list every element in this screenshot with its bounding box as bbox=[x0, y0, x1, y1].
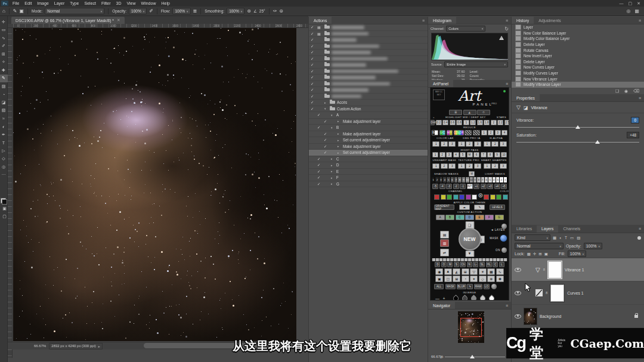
high-pass-button[interactable]: 6 bbox=[473, 152, 479, 157]
action-row[interactable]: ✓ ▸ Make adjustment layer bbox=[309, 144, 428, 150]
refresh-icon[interactable]: ↻ bbox=[504, 26, 509, 32]
tool-button[interactable]: ▭ bbox=[0, 26, 8, 35]
history-step[interactable]: New Curves Layer bbox=[512, 64, 644, 70]
tool-button[interactable]: ◇ bbox=[0, 155, 8, 163]
mw-strength-button[interactable]: 0.6 bbox=[450, 120, 456, 125]
background-thumbnail[interactable] bbox=[524, 308, 537, 324]
action-check-icon[interactable]: ✓ bbox=[317, 157, 322, 161]
high-pass-button[interactable]: 1 bbox=[432, 152, 438, 157]
action-check-icon[interactable]: ✓ bbox=[311, 38, 315, 42]
tool-button[interactable]: ◎ bbox=[0, 163, 8, 171]
action-check-icon[interactable]: ✓ bbox=[317, 113, 322, 117]
saturation-slider[interactable] bbox=[516, 138, 639, 144]
action-check-icon[interactable]: ✓ bbox=[311, 100, 315, 104]
action-row[interactable]: ✓ ▸ G bbox=[309, 181, 428, 188]
home-icon[interactable]: ⌂ bbox=[2, 8, 5, 14]
pressure-size-icon[interactable]: ✑ bbox=[273, 8, 277, 14]
action-row-blurred[interactable]: ✓ bbox=[309, 75, 428, 81]
high-pass-button[interactable]: 2 bbox=[439, 152, 445, 157]
custom-action-button[interactable]: C bbox=[456, 215, 465, 220]
channel-swatch[interactable] bbox=[434, 194, 439, 200]
droplet-icon[interactable] bbox=[461, 295, 469, 301]
history-step[interactable]: Layer bbox=[512, 24, 644, 30]
history-step[interactable]: New Vibrance Layer bbox=[512, 76, 644, 82]
intensity-button[interactable]: INT bbox=[467, 184, 473, 189]
document-tab[interactable]: DSC1900.ARW @ 66.7% (Vibrance 1, Layer M… bbox=[11, 17, 125, 24]
action-check-icon[interactable]: ✓ bbox=[311, 88, 315, 92]
dom-button[interactable]: M bbox=[447, 262, 453, 267]
action-dialog-icon[interactable]: ▦ bbox=[317, 25, 323, 29]
action-row[interactable]: ✓ ▸ Make adjustment layer bbox=[309, 119, 428, 125]
tab-adjustments[interactable]: Adjustments bbox=[534, 17, 565, 24]
layer-filter-icon[interactable]: T bbox=[565, 236, 567, 240]
reduce-button[interactable]: 3 bbox=[495, 130, 501, 135]
history-step[interactable]: Delete Layer bbox=[512, 59, 644, 65]
menu-item[interactable]: Help bbox=[161, 1, 169, 5]
reduce-button[interactable]: B/W bbox=[432, 130, 438, 135]
droplet-icon[interactable] bbox=[452, 295, 460, 301]
pressure-opacity-icon[interactable]: ✐ bbox=[149, 8, 153, 14]
unsharp-button[interactable]: 1 bbox=[432, 163, 439, 169]
mw-strength-button[interactable]: 0.8 bbox=[456, 120, 462, 125]
history-step[interactable]: New Invert Layer bbox=[512, 53, 644, 59]
art-tool-icon[interactable]: ✦ bbox=[470, 276, 478, 282]
expand-toggle-icon[interactable]: ▾ bbox=[331, 126, 335, 129]
action-dialog-icon[interactable]: ▦ bbox=[317, 32, 323, 36]
lock-icon[interactable]: ✛ bbox=[533, 252, 536, 256]
expand-toggle-icon[interactable]: ▸ bbox=[338, 132, 341, 135]
levels-button[interactable]: LEVELS bbox=[490, 205, 505, 210]
action-check-icon[interactable]: ✓ bbox=[311, 69, 315, 73]
panel-menu-icon[interactable]: ≡ bbox=[506, 82, 511, 86]
color-swatch[interactable] bbox=[496, 194, 501, 200]
action-row[interactable]: ✓ ▸ F bbox=[309, 175, 428, 181]
tool-button[interactable]: ✎ bbox=[0, 75, 8, 83]
layer-opacity-select[interactable]: 100%▾ bbox=[584, 243, 602, 249]
luminosity-mask-cell[interactable]: 1 bbox=[504, 177, 507, 182]
channel-swatch[interactable] bbox=[447, 194, 452, 200]
dom-button[interactable]: Ch bbox=[460, 262, 466, 267]
action-check-icon[interactable]: ✓ bbox=[311, 82, 315, 86]
expand-toggle-icon[interactable]: ▸ bbox=[338, 119, 341, 123]
action-check-icon[interactable]: ✓ bbox=[311, 107, 315, 111]
lock-icon[interactable]: ▩ bbox=[527, 252, 531, 256]
expand-toggle-icon[interactable]: ▸ bbox=[324, 101, 328, 104]
vibrance-value[interactable]: 0 bbox=[631, 117, 639, 123]
reduce-button[interactable]: 4 bbox=[501, 130, 507, 135]
window-control-icon[interactable]: ✕ bbox=[637, 1, 640, 6]
saturation-value[interactable]: +48 bbox=[627, 132, 639, 138]
custom-action-button[interactable]: F bbox=[485, 215, 494, 220]
workspace-icon[interactable]: ▦ bbox=[634, 8, 639, 14]
tab-history[interactable]: History bbox=[512, 17, 534, 24]
new-document-from-state-icon[interactable]: ❏ bbox=[615, 89, 619, 94]
high-pass-button[interactable]: 8 bbox=[487, 152, 493, 157]
dom-button[interactable]: N bbox=[467, 262, 472, 267]
art-tool-icon[interactable]: ▦ bbox=[487, 268, 495, 275]
tool-button[interactable]: ✧ bbox=[0, 58, 8, 67]
mw-strength-button[interactable]: 2.5 bbox=[504, 120, 509, 125]
tab-properties[interactable]: Properties bbox=[512, 94, 540, 101]
action-check-icon[interactable]: ✓ bbox=[317, 163, 322, 167]
h-alpha-button[interactable]: 3 bbox=[500, 141, 507, 147]
panel-menu-icon[interactable]: ≡ bbox=[506, 304, 511, 308]
action-check-icon[interactable]: ✓ bbox=[317, 169, 322, 174]
action-row[interactable]: ✓ ▸ D bbox=[309, 162, 428, 169]
droplet-icon[interactable] bbox=[470, 295, 478, 301]
source-select[interactable]: Entire Image▾ bbox=[444, 61, 508, 67]
down-button[interactable]: ▼ bbox=[465, 250, 474, 257]
intensity-button[interactable]: +1 bbox=[473, 184, 479, 189]
layer-name[interactable]: Background bbox=[540, 314, 561, 318]
filter-toggle-icon[interactable] bbox=[637, 236, 641, 240]
action-check-icon[interactable]: ✓ bbox=[311, 57, 315, 61]
color-lab-button[interactable]: 3 bbox=[448, 141, 456, 147]
menu-item[interactable]: Image bbox=[37, 1, 48, 5]
tool-button[interactable]: ∿ bbox=[0, 34, 8, 42]
smart-sharpen-button[interactable]: 2 bbox=[491, 163, 499, 169]
action-check-icon[interactable]: ✓ bbox=[311, 50, 315, 54]
blend-mode-select[interactable]: Normal▾ bbox=[45, 8, 104, 14]
tab-navigator[interactable]: Navigator bbox=[428, 302, 455, 309]
custom-action-button[interactable]: A bbox=[436, 215, 445, 220]
unsharp-button[interactable]: 2 bbox=[441, 163, 448, 169]
history-step[interactable]: Modify Curves Layer bbox=[512, 70, 644, 76]
action-row-blurred[interactable]: ✓ bbox=[309, 69, 428, 75]
layer-filter-icon[interactable]: ◐ bbox=[559, 236, 562, 240]
